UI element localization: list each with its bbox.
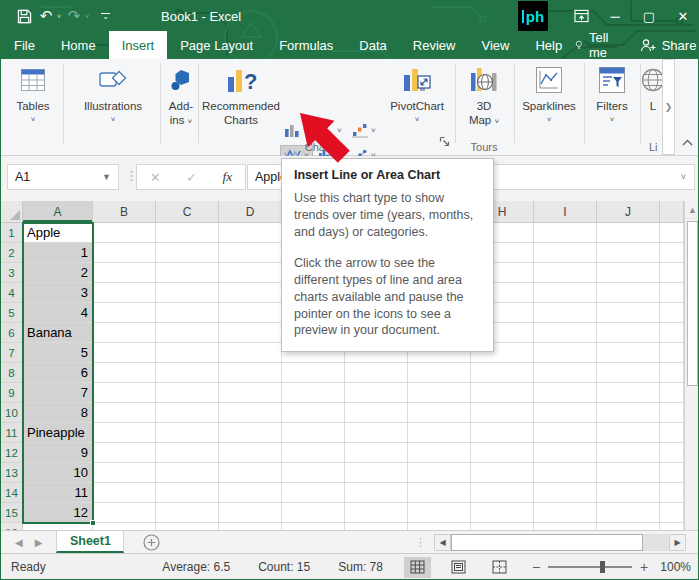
cell-partial9[interactable] <box>660 383 684 403</box>
cell-D10[interactable] <box>219 403 282 423</box>
cell-I13[interactable] <box>534 463 597 483</box>
row-header-2[interactable]: 2 <box>1 243 23 263</box>
scroll-right-icon[interactable]: ▶ <box>669 534 686 551</box>
cell-C15[interactable] <box>156 503 219 523</box>
row-header-16[interactable]: 16 <box>1 523 23 530</box>
cell-C16[interactable] <box>156 523 219 530</box>
cell-H12[interactable] <box>471 443 534 463</box>
cell-G9[interactable] <box>408 383 471 403</box>
cell-B1[interactable] <box>93 223 156 243</box>
cell-J6[interactable] <box>597 323 660 343</box>
undo-icon[interactable]: ↶ <box>37 7 55 25</box>
cell-H16[interactable] <box>471 523 534 530</box>
filters-button[interactable]: Filters ˅ <box>587 63 637 143</box>
cell-C2[interactable] <box>156 243 219 263</box>
cell-H10[interactable] <box>471 403 534 423</box>
sheet-tab-sheet1[interactable]: Sheet1 <box>56 531 124 553</box>
cell-partial7[interactable] <box>660 343 684 363</box>
status-sum[interactable]: Sum: 78 <box>338 560 383 574</box>
cell-H11[interactable] <box>471 423 534 443</box>
cell-D11[interactable] <box>219 423 282 443</box>
cell-C10[interactable] <box>156 403 219 423</box>
cell-D5[interactable] <box>219 303 282 323</box>
cell-J13[interactable] <box>597 463 660 483</box>
zoom-slider-thumb[interactable] <box>600 561 605 573</box>
zoom-percentage[interactable]: 100% <box>660 560 691 574</box>
collapse-ribbon-icon[interactable] <box>681 133 694 151</box>
horizontal-scrollbar[interactable]: ◀ ▶ <box>434 533 686 551</box>
cell-D14[interactable] <box>219 483 282 503</box>
cell-A3[interactable]: 2 <box>23 263 93 283</box>
tab-review[interactable]: Review <box>400 31 469 59</box>
cell-J8[interactable] <box>597 363 660 383</box>
column-header-A[interactable]: A <box>23 201 93 223</box>
cell-A13[interactable]: 10 <box>23 463 93 483</box>
cell-I2[interactable] <box>534 243 597 263</box>
3d-map-button[interactable]: 3DMap ˅ <box>457 63 511 143</box>
name-box-dropdown-icon[interactable]: ▼ <box>102 172 118 182</box>
cell-I7[interactable] <box>534 343 597 363</box>
cancel-entry-icon[interactable]: ✕ <box>150 170 161 185</box>
zoom-in-icon[interactable]: + <box>640 559 648 575</box>
select-all-corner[interactable] <box>1 201 23 223</box>
page-layout-view-icon[interactable] <box>445 557 472 578</box>
cell-J14[interactable] <box>597 483 660 503</box>
save-icon[interactable] <box>15 7 33 25</box>
cell-F16[interactable] <box>345 523 408 530</box>
cell-J16[interactable] <box>597 523 660 530</box>
cell-D3[interactable] <box>219 263 282 283</box>
vertical-scroll-thumb[interactable] <box>687 221 698 386</box>
cell-A14[interactable]: 11 <box>23 483 93 503</box>
cell-H9[interactable] <box>471 383 534 403</box>
cell-E11[interactable] <box>282 423 345 443</box>
cell-C7[interactable] <box>156 343 219 363</box>
cell-C3[interactable] <box>156 263 219 283</box>
sheetbar-separator[interactable]: ⋮ <box>415 531 426 553</box>
cell-D12[interactable] <box>219 443 282 463</box>
row-header-14[interactable]: 14 <box>1 483 23 503</box>
column-header-J[interactable]: J <box>597 201 660 223</box>
cell-E10[interactable] <box>282 403 345 423</box>
cell-D16[interactable] <box>219 523 282 530</box>
ribbon-scroll-right-button[interactable]: ❯ <box>662 59 675 155</box>
scroll-left-icon[interactable]: ◀ <box>434 534 451 551</box>
cell-partial13[interactable] <box>660 463 684 483</box>
cell-I11[interactable] <box>534 423 597 443</box>
cell-J10[interactable] <box>597 403 660 423</box>
cell-D7[interactable] <box>219 343 282 363</box>
cell-A16[interactable] <box>23 523 93 530</box>
cell-I6[interactable] <box>534 323 597 343</box>
ribbon-display-options-icon[interactable] <box>564 1 598 31</box>
cell-partial5[interactable] <box>660 303 684 323</box>
zoom-out-icon[interactable]: − <box>532 559 540 575</box>
cell-B10[interactable] <box>93 403 156 423</box>
cell-I15[interactable] <box>534 503 597 523</box>
cell-B7[interactable] <box>93 343 156 363</box>
share-button[interactable]: Share <box>640 38 697 53</box>
add-ins-button[interactable]: Add-ins ˅ <box>162 63 200 143</box>
sheet-nav-left-icon[interactable]: ◀ <box>15 537 23 548</box>
row-header-4[interactable]: 4 <box>1 283 23 303</box>
cell-partial12[interactable] <box>660 443 684 463</box>
cell-D1[interactable] <box>219 223 282 243</box>
tab-home[interactable]: Home <box>48 31 109 59</box>
cell-E16[interactable] <box>282 523 345 530</box>
cell-D15[interactable] <box>219 503 282 523</box>
status-count[interactable]: Count: 15 <box>258 560 310 574</box>
cell-partial6[interactable] <box>660 323 684 343</box>
tab-formulas[interactable]: Formulas <box>266 31 346 59</box>
cell-F11[interactable] <box>345 423 408 443</box>
cell-F14[interactable] <box>345 483 408 503</box>
cell-J9[interactable] <box>597 383 660 403</box>
close-button[interactable]: ✕ <box>666 1 699 31</box>
row-header-15[interactable]: 15 <box>1 503 23 523</box>
cell-A1[interactable]: Apple <box>23 223 93 243</box>
vertical-scrollbar[interactable]: ▲ <box>684 201 699 530</box>
cell-G14[interactable] <box>408 483 471 503</box>
cell-A5[interactable]: 4 <box>23 303 93 323</box>
cell-B12[interactable] <box>93 443 156 463</box>
undo-dropdown-icon[interactable]: ˅ <box>57 13 61 20</box>
confirm-entry-icon[interactable]: ✓ <box>186 170 197 185</box>
cell-A7[interactable]: 5 <box>23 343 93 363</box>
column-header-partial[interactable] <box>660 201 684 223</box>
